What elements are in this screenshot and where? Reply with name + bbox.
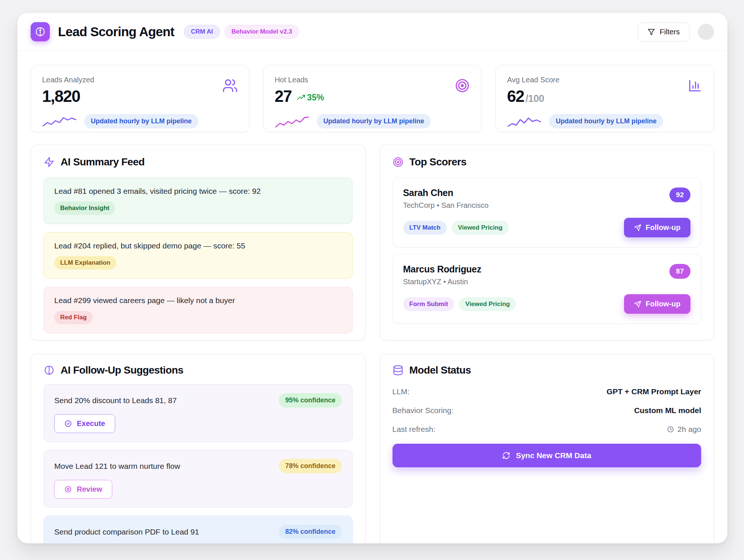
lead-company: StartupXYZ • Austin: [403, 278, 691, 286]
row-label: Last refresh:: [392, 425, 436, 434]
lead-tag: Form Submit: [403, 297, 455, 311]
lead-name: Sarah Chen: [403, 188, 691, 198]
lead-card: Marcus Rodriguez StartupXYZ • Austin 87 …: [392, 254, 702, 324]
crm-ai-badge: CRM AI: [184, 25, 220, 39]
suggestion-text: Move Lead 121 to warm nurture flow: [54, 462, 180, 471]
stat-value: 27: [275, 87, 292, 106]
feed-item-tag: Red Flag: [54, 311, 93, 324]
model-status-row: LLM: GPT + CRM Prompt Layer: [392, 387, 702, 396]
confidence-badge: 78% confidence: [279, 459, 342, 473]
stat-note-badge: Updated hourly by LLM pipeline: [317, 114, 431, 128]
follow-up-button[interactable]: Follow-up: [624, 294, 690, 314]
check-circle-icon: [64, 420, 72, 427]
app-logo: [31, 22, 50, 41]
feed-item: Lead #204 replied, but skipped demo page…: [44, 232, 353, 279]
stat-label: Avg Lead Score: [507, 76, 703, 84]
stat-value: 1,820: [42, 87, 80, 106]
lead-name: Marcus Rodriguez: [403, 264, 691, 275]
brain-icon: [35, 26, 46, 37]
stat-delta: 35%: [297, 93, 324, 103]
feed-item: Lead #81 opened 3 emails, visited pricin…: [44, 178, 353, 224]
send-icon: [634, 300, 641, 308]
ai-summary-feed-card: AI Summary Feed Lead #81 opened 3 emails…: [31, 145, 366, 340]
lead-tag: Viewed Pricing: [452, 221, 509, 235]
feed-item-text: Lead #299 viewed careers page — likely n…: [54, 296, 342, 305]
suggestion-item: Move Lead 121 to warm nurture flow 78% c…: [44, 450, 353, 508]
behavior-model-badge: Behavior Model v2.3: [224, 25, 299, 39]
filters-label: Filters: [660, 28, 680, 36]
lead-score-badge: 92: [669, 188, 690, 202]
brain-icon: [44, 365, 55, 376]
sparkline-icon: [42, 114, 77, 128]
stat-note-badge: Updated hourly by LLM pipeline: [549, 114, 663, 128]
users-icon: [222, 78, 238, 93]
top-scorers-card: Top Scorers Sarah Chen TechCorp • San Fr…: [380, 145, 714, 340]
eye-icon: [64, 485, 72, 493]
row-label: LLM:: [392, 387, 410, 396]
refresh-icon: [502, 451, 510, 460]
row-value: GPT + CRM Prompt Layer: [607, 387, 701, 396]
send-icon: [634, 224, 641, 231]
model-status-row: Last refresh: 2h ago: [392, 425, 702, 434]
stat-suffix: /100: [525, 93, 544, 104]
filters-button[interactable]: Filters: [638, 23, 690, 41]
dashboard-container: Lead Scoring Agent CRM AI Behavior Model…: [17, 13, 727, 543]
lead-company: TechCorp • San Francisco: [403, 201, 691, 210]
stat-card-leads-analyzed: Leads Analyzed 1,820 Updated hourly by L…: [31, 65, 249, 132]
row-label: Behavior Scoring:: [392, 406, 454, 415]
bar-chart-icon: [687, 78, 703, 93]
feed-item-text: Lead #204 replied, but skipped demo page…: [54, 241, 342, 250]
stats-row: Leads Analyzed 1,820 Updated hourly by L…: [17, 51, 727, 132]
lead-score-badge: 87: [669, 264, 690, 279]
stat-note-badge: Updated hourly by LLM pipeline: [84, 114, 198, 128]
trending-up-icon: [297, 93, 306, 102]
review-button[interactable]: Review: [54, 480, 112, 499]
lead-tag: LTV Match: [403, 221, 447, 235]
stat-card-hot-leads: Hot Leads 27 35%: [263, 65, 482, 132]
feed-item-tag: Behavior Insight: [54, 202, 115, 215]
header-badges: CRM AI Behavior Model v2.3: [184, 25, 299, 39]
suggestion-text: Send 20% discount to Leads 81, 87: [54, 396, 177, 405]
zap-icon: [44, 157, 55, 168]
section-title: Top Scorers: [409, 156, 467, 168]
funnel-icon: [648, 28, 655, 35]
lead-tag: Viewed Pricing: [459, 297, 516, 311]
feed-item-text: Lead #81 opened 3 emails, visited pricin…: [54, 187, 342, 196]
feed-item: Lead #299 viewed careers page — likely n…: [44, 287, 353, 333]
target-icon: [392, 157, 404, 168]
user-avatar[interactable]: [698, 24, 714, 40]
stat-label: Hot Leads: [275, 76, 470, 84]
model-status-row: Behavior Scoring: Custom ML model: [392, 406, 702, 415]
suggestion-item: Send 20% discount to Leads 81, 87 95% co…: [44, 384, 353, 442]
confidence-badge: 95% confidence: [279, 393, 342, 408]
sparkline-icon: [275, 114, 309, 128]
app-header: Lead Scoring Agent CRM AI Behavior Model…: [17, 13, 727, 51]
stat-card-avg-lead-score: Avg Lead Score 62 /100 Updated hourly by…: [496, 65, 714, 132]
row-value: 2h ago: [678, 425, 701, 434]
execute-button[interactable]: Execute: [54, 414, 115, 433]
ai-follow-up-suggestions-card: AI Follow-Up Suggestions Send 20% discou…: [31, 354, 366, 543]
sparkline-icon: [507, 114, 542, 128]
section-title: Model Status: [409, 364, 471, 376]
suggestion-item: Send product comparison PDF to Lead 91 8…: [44, 516, 353, 543]
row-value: Custom ML model: [634, 406, 701, 415]
stat-label: Leads Analyzed: [42, 76, 238, 84]
model-status-card: Model Status LLM: GPT + CRM Prompt Layer…: [380, 354, 714, 543]
lead-card: Sarah Chen TechCorp • San Francisco 92 L…: [392, 178, 702, 247]
section-title: AI Summary Feed: [61, 156, 145, 168]
page-title: Lead Scoring Agent: [58, 24, 174, 39]
database-icon: [392, 365, 404, 376]
feed-item-tag: LLM Explanation: [54, 256, 116, 269]
clock-icon: [667, 426, 674, 433]
confidence-badge: 82% confidence: [279, 525, 342, 539]
suggestion-text: Send product comparison PDF to Lead 91: [54, 528, 199, 536]
target-icon: [455, 78, 470, 93]
sync-crm-data-button[interactable]: Sync New CRM Data: [392, 444, 702, 467]
section-title: AI Follow-Up Suggestions: [61, 364, 183, 376]
stat-value: 62: [507, 87, 524, 106]
follow-up-button[interactable]: Follow-up: [624, 218, 690, 237]
